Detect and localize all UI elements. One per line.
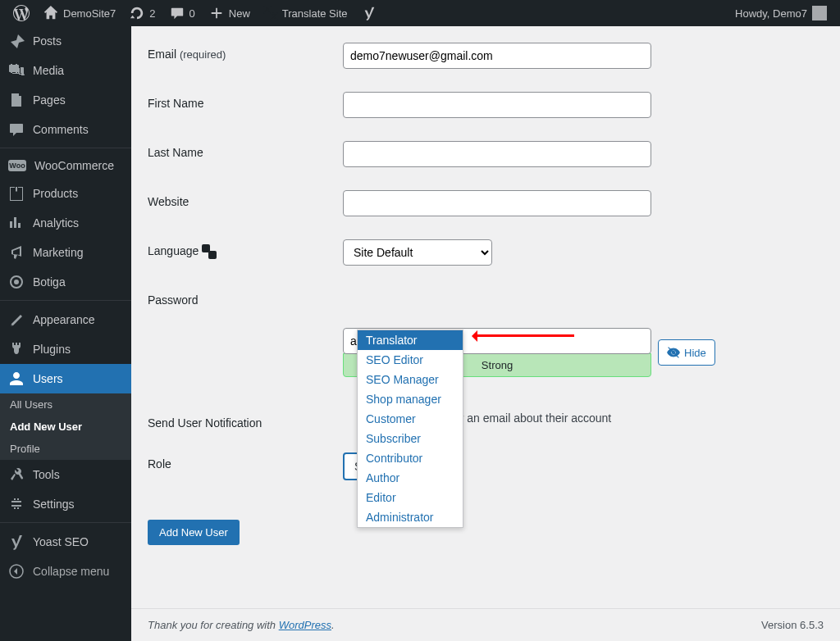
dropdown-item-subscriber[interactable]: Subscriber: [358, 429, 463, 448]
wp-logo[interactable]: [7, 0, 36, 26]
dropdown-item-seo-editor[interactable]: SEO Editor: [358, 350, 463, 370]
submenu-all-users[interactable]: All Users: [0, 393, 131, 416]
menu-tools[interactable]: Tools: [0, 460, 131, 489]
email-input[interactable]: [343, 43, 651, 69]
page-icon: [8, 92, 25, 108]
translate-label: Translate Site: [282, 7, 348, 20]
menu-plugins[interactable]: Plugins: [0, 334, 131, 364]
dropdown-item-translator[interactable]: Translator: [358, 330, 463, 350]
menu-media[interactable]: Media: [0, 56, 131, 85]
submenu-add-new-user[interactable]: Add New User: [0, 416, 131, 438]
product-icon: [8, 185, 25, 202]
howdy-label: Howdy, Demo7: [735, 7, 807, 20]
collapse-menu[interactable]: Collapse menu: [0, 557, 131, 586]
settings-icon: [8, 496, 25, 512]
menu-settings[interactable]: Settings: [0, 489, 131, 519]
new-content[interactable]: New: [202, 0, 257, 26]
comments[interactable]: 0: [162, 0, 202, 26]
woo-icon: Woo: [8, 160, 26, 171]
marketing-icon: [8, 244, 25, 261]
footer: Thank you for creating with WordPress. V…: [131, 608, 840, 641]
role-dropdown[interactable]: Translator SEO Editor SEO Manager Shop m…: [357, 330, 463, 528]
yoast-bar[interactable]: [354, 0, 384, 26]
comments-count: 0: [189, 7, 195, 20]
email-label: Email (required): [148, 43, 343, 61]
content-area: Email (required) First Name Last Name We…: [131, 26, 840, 641]
appearance-icon: [8, 311, 25, 328]
comments-icon: [8, 121, 25, 138]
hide-password-button[interactable]: Hide: [658, 339, 715, 366]
updates[interactable]: 2: [122, 0, 162, 26]
site-name[interactable]: DemoSite7: [36, 0, 122, 26]
menu-woocommerce[interactable]: WooWooCommerce: [0, 152, 131, 179]
account[interactable]: Howdy, Demo7: [735, 6, 833, 20]
pin-icon: [8, 33, 25, 49]
language-select[interactable]: Site Default: [343, 239, 492, 266]
menu-marketing[interactable]: Marketing: [0, 238, 131, 267]
last-name-input[interactable]: [343, 141, 651, 167]
updates-icon: [129, 5, 145, 21]
media-icon: [8, 62, 25, 79]
menu-users[interactable]: Users: [0, 364, 131, 393]
admin-sidebar: Posts Media Pages Comments WooWooCommerc…: [0, 26, 131, 641]
comment-icon: [169, 5, 185, 21]
home-icon: [43, 5, 59, 21]
new-label: New: [229, 7, 250, 20]
submenu-users: All Users Add New User Profile: [0, 393, 131, 460]
eye-slash-icon: [667, 346, 680, 359]
menu-analytics[interactable]: Analytics: [0, 208, 131, 238]
first-name-label: First Name: [148, 92, 343, 110]
dropdown-item-editor[interactable]: Editor: [358, 488, 463, 507]
avatar: [812, 6, 827, 20]
plus-icon: [208, 5, 225, 21]
wordpress-icon: [13, 5, 30, 21]
menu-botiga[interactable]: Botiga: [0, 267, 131, 297]
admin-bar: DemoSite7 2 0 New Translate Site Howdy, …: [0, 0, 840, 26]
first-name-input[interactable]: [343, 92, 651, 118]
updates-count: 2: [149, 7, 155, 20]
dropdown-item-customer[interactable]: Customer: [358, 409, 463, 429]
menu-posts[interactable]: Posts: [0, 26, 131, 56]
role-label: Role: [148, 452, 343, 471]
add-user-button[interactable]: Add New User: [148, 520, 240, 545]
dropdown-item-author[interactable]: Author: [358, 468, 463, 488]
dropdown-item-shop-manager[interactable]: Shop manager: [358, 389, 463, 409]
website-label: Website: [148, 190, 343, 208]
password-label: Password: [148, 289, 343, 307]
plugins-icon: [8, 341, 25, 357]
analytics-icon: [8, 215, 25, 231]
language-label: Language: [148, 239, 343, 258]
collapse-icon: [8, 563, 25, 580]
translate-label-icon: [202, 245, 217, 258]
last-name-label: Last Name: [148, 141, 343, 159]
menu-appearance[interactable]: Appearance: [0, 305, 131, 334]
submenu-profile[interactable]: Profile: [0, 438, 131, 460]
notification-label: Send User Notification: [148, 411, 343, 430]
yoast-menu-icon: [8, 534, 25, 550]
botiga-icon: [8, 274, 25, 290]
translate-site[interactable]: Translate Site: [257, 0, 354, 26]
menu-yoast[interactable]: Yoast SEO: [0, 527, 131, 557]
dropdown-item-administrator[interactable]: Administrator: [358, 507, 463, 527]
wordpress-link[interactable]: WordPress: [279, 619, 331, 631]
website-input[interactable]: [343, 190, 651, 216]
users-icon: [8, 371, 25, 387]
tools-icon: [8, 466, 25, 483]
dropdown-item-seo-manager[interactable]: SEO Manager: [358, 370, 463, 389]
translate-icon: [263, 7, 278, 20]
menu-comments[interactable]: Comments: [0, 115, 131, 144]
menu-pages[interactable]: Pages: [0, 85, 131, 115]
version-label: Version 6.5.3: [761, 619, 824, 631]
menu-products[interactable]: Products: [0, 179, 131, 208]
svg-point-1: [14, 280, 19, 284]
site-name-label: DemoSite7: [63, 7, 116, 20]
dropdown-item-contributor[interactable]: Contributor: [358, 448, 463, 468]
yoast-icon: [361, 5, 377, 21]
